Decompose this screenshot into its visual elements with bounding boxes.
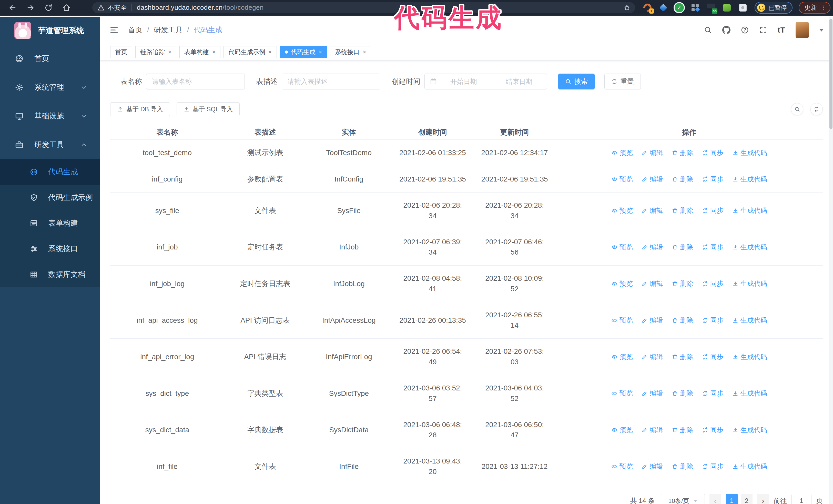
sidebar-item-codegen[interactable]: 代码生成	[0, 159, 100, 185]
action-edit[interactable]: 编辑	[642, 315, 663, 325]
reload-icon[interactable]	[44, 3, 53, 12]
close-icon[interactable]: ×	[168, 49, 171, 55]
action-sync[interactable]: 同步	[702, 352, 723, 362]
sidebar-item-infra[interactable]: 基础设施	[0, 102, 100, 130]
sidebar-toggle-icon[interactable]	[109, 25, 119, 35]
avatar-caret-icon[interactable]	[819, 29, 824, 31]
action-edit[interactable]: 编辑	[642, 148, 663, 158]
extension-puzzle-icon[interactable]	[738, 3, 747, 12]
start-date-placeholder[interactable]: 开始日期	[441, 77, 486, 86]
action-generate[interactable]: 生成代码	[732, 388, 767, 399]
goto-page-input[interactable]	[791, 494, 811, 504]
browser-menu-icon[interactable]	[821, 5, 827, 11]
back-icon[interactable]	[8, 3, 17, 12]
breadcrumb-item[interactable]: 首页	[128, 25, 143, 35]
close-icon[interactable]: ×	[268, 49, 272, 55]
action-preview[interactable]: 预览	[611, 279, 633, 289]
action-sync[interactable]: 同步	[702, 279, 723, 289]
action-generate[interactable]: 生成代码	[732, 352, 767, 362]
action-sync[interactable]: 同步	[702, 315, 723, 325]
action-generate[interactable]: 生成代码	[732, 279, 767, 289]
action-edit[interactable]: 编辑	[642, 242, 663, 252]
action-generate[interactable]: 生成代码	[732, 425, 767, 435]
breadcrumb-item[interactable]: 研发工具	[154, 25, 183, 35]
help-icon[interactable]	[741, 26, 749, 34]
page-scrollbar[interactable]	[829, 17, 833, 504]
action-edit[interactable]: 编辑	[642, 461, 663, 472]
action-sync[interactable]: 同步	[702, 388, 723, 399]
action-sync[interactable]: 同步	[702, 461, 723, 472]
action-preview[interactable]: 预览	[611, 388, 633, 399]
action-preview[interactable]: 预览	[611, 461, 633, 472]
tab-代码生成示例[interactable]: 代码生成示例×	[223, 46, 277, 58]
page-button-1[interactable]: 1	[726, 494, 738, 504]
action-generate[interactable]: 生成代码	[732, 242, 767, 252]
db-import-button[interactable]: 基于 DB 导入	[110, 102, 170, 116]
action-generate[interactable]: 生成代码	[732, 206, 767, 216]
action-preview[interactable]: 预览	[611, 206, 633, 216]
paused-extension-pill[interactable]: 已暂停	[755, 2, 792, 14]
sidebar-item-db-doc[interactable]: 数据库文档	[0, 262, 100, 287]
tab-首页[interactable]: 首页	[110, 46, 132, 58]
url-bar[interactable]: 不安全 dashboard.yudao.iocoder.cn/tool/code…	[92, 2, 635, 13]
sidebar-item-form-builder[interactable]: 表单构建	[0, 211, 100, 236]
action-delete[interactable]: 删除	[672, 206, 693, 216]
action-generate[interactable]: 生成代码	[732, 315, 767, 325]
extension-green-icon[interactable]	[722, 3, 732, 12]
avatar[interactable]	[795, 22, 809, 38]
toggle-search-button[interactable]	[791, 103, 803, 115]
extension-grid-icon[interactable]	[690, 3, 700, 12]
close-icon[interactable]: ×	[318, 49, 322, 55]
sidebar-item-system[interactable]: 系统管理	[0, 73, 100, 102]
page-button-2[interactable]: 2	[741, 494, 753, 504]
extension-orange-icon[interactable]: 1	[643, 3, 652, 12]
home-icon[interactable]	[62, 3, 71, 12]
action-delete[interactable]: 删除	[672, 352, 693, 362]
action-delete[interactable]: 删除	[672, 279, 693, 289]
action-delete[interactable]: 删除	[672, 461, 693, 472]
action-edit[interactable]: 编辑	[642, 425, 663, 435]
action-preview[interactable]: 预览	[611, 315, 633, 325]
sidebar-item-api[interactable]: 系统接口	[0, 236, 100, 262]
sidebar-item-devtools[interactable]: 研发工具	[0, 130, 100, 159]
action-preview[interactable]: 预览	[611, 425, 633, 435]
close-icon[interactable]: ×	[212, 49, 216, 55]
font-size-icon[interactable]: tT	[778, 26, 785, 34]
close-icon[interactable]: ×	[363, 49, 366, 55]
action-edit[interactable]: 编辑	[642, 352, 663, 362]
action-preview[interactable]: 预览	[611, 174, 633, 184]
action-edit[interactable]: 编辑	[642, 279, 663, 289]
sql-import-button[interactable]: 基于 SQL 导入	[176, 102, 240, 116]
action-generate[interactable]: 生成代码	[732, 148, 767, 158]
action-delete[interactable]: 删除	[672, 148, 693, 158]
extension-check-icon[interactable]	[674, 3, 684, 12]
reset-button[interactable]: 重置	[604, 74, 641, 90]
action-edit[interactable]: 编辑	[642, 206, 663, 216]
scrollbar-thumb[interactable]	[829, 19, 832, 129]
sidebar-item-codegen-example[interactable]: 代码生成示例	[0, 185, 100, 211]
action-sync[interactable]: 同步	[702, 425, 723, 435]
table-name-input[interactable]	[146, 74, 245, 90]
action-sync[interactable]: 同步	[702, 148, 723, 158]
action-sync[interactable]: 同步	[702, 206, 723, 216]
github-icon[interactable]	[722, 26, 731, 34]
action-delete[interactable]: 删除	[672, 174, 693, 184]
date-range-picker[interactable]: 开始日期 - 结束日期	[425, 74, 547, 90]
action-generate[interactable]: 生成代码	[732, 174, 767, 184]
action-generate[interactable]: 生成代码	[732, 461, 767, 472]
tab-表单构建[interactable]: 表单构建×	[180, 46, 220, 58]
action-delete[interactable]: 删除	[672, 425, 693, 435]
end-date-placeholder[interactable]: 结束日期	[497, 77, 542, 86]
update-button[interactable]: 更新	[799, 2, 830, 14]
action-edit[interactable]: 编辑	[642, 174, 663, 184]
tab-代码生成[interactable]: 代码生成×	[280, 46, 327, 58]
page-size-select[interactable]: 10条/页	[661, 494, 705, 504]
action-preview[interactable]: 预览	[611, 148, 633, 158]
refresh-table-button[interactable]	[810, 103, 823, 115]
next-page-button[interactable]: ›	[757, 494, 769, 504]
tab-系统接口[interactable]: 系统接口×	[330, 46, 371, 58]
extension-gem-icon[interactable]	[659, 3, 668, 12]
table-desc-input[interactable]	[282, 74, 380, 90]
action-preview[interactable]: 预览	[611, 242, 633, 252]
forward-icon[interactable]	[26, 3, 35, 12]
